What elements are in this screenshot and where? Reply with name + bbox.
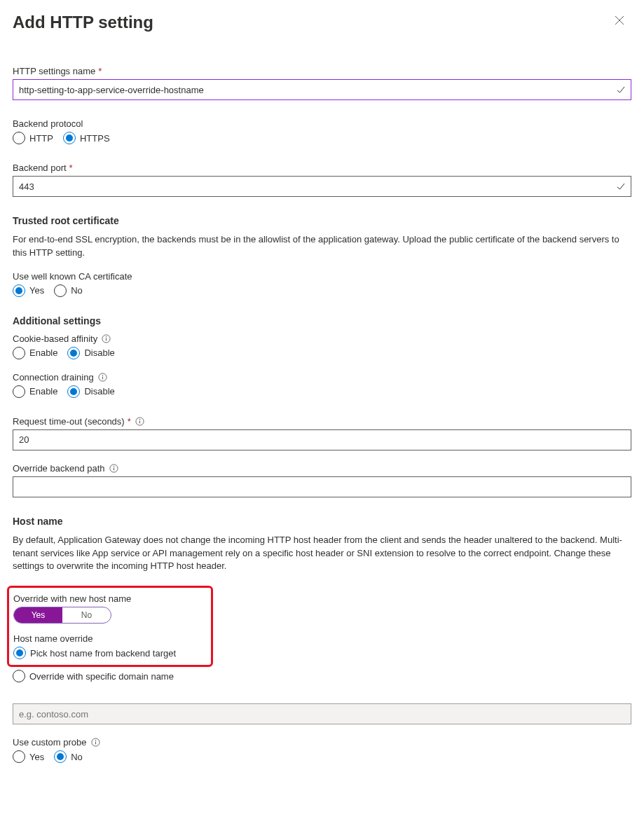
svg-point-13 bbox=[95, 740, 95, 741]
svg-rect-8 bbox=[139, 420, 140, 423]
svg-point-10 bbox=[113, 466, 114, 467]
backend-protocol-http-radio[interactable]: HTTP bbox=[13, 132, 53, 144]
well-known-ca-no-radio[interactable]: No bbox=[54, 284, 83, 297]
well-known-ca-label: Use well known CA certificate bbox=[13, 271, 631, 282]
radio-icon bbox=[13, 132, 25, 144]
radio-icon bbox=[13, 750, 25, 763]
close-icon bbox=[615, 15, 624, 25]
svg-point-7 bbox=[139, 419, 140, 420]
additional-settings-heading: Additional settings bbox=[13, 315, 631, 326]
custom-probe-no-radio[interactable]: No bbox=[54, 750, 83, 763]
close-button[interactable] bbox=[615, 15, 627, 28]
override-new-host-toggle[interactable]: Yes No bbox=[13, 607, 111, 624]
well-known-ca-yes-radio[interactable]: Yes bbox=[13, 284, 44, 297]
use-custom-probe-label: Use custom probe bbox=[13, 737, 631, 748]
override-new-host-label: Override with new host name bbox=[13, 593, 204, 604]
radio-icon bbox=[13, 647, 26, 659]
backend-protocol-https-radio[interactable]: HTTPS bbox=[63, 132, 110, 144]
connection-draining-enable-radio[interactable]: Enable bbox=[13, 385, 57, 398]
connection-draining-disable-radio[interactable]: Disable bbox=[67, 385, 114, 398]
host-name-override-specific-domain-radio[interactable]: Override with specific domain name bbox=[13, 670, 631, 682]
cookie-affinity-label: Cookie-based affinity bbox=[13, 333, 631, 344]
svg-point-1 bbox=[106, 336, 107, 337]
cookie-affinity-enable-radio[interactable]: Enable bbox=[13, 347, 57, 359]
override-new-host-no[interactable]: No bbox=[62, 607, 111, 623]
http-settings-name-label: HTTP settings name* bbox=[13, 66, 631, 76]
host-name-desc: By default, Application Gateway does not… bbox=[13, 534, 631, 574]
override-new-host-yes[interactable]: Yes bbox=[14, 607, 62, 623]
radio-icon bbox=[54, 284, 67, 297]
custom-probe-yes-radio[interactable]: Yes bbox=[13, 750, 44, 763]
host-name-override-pick-backend-radio[interactable]: Pick host name from backend target bbox=[13, 647, 204, 659]
svg-rect-2 bbox=[106, 338, 107, 340]
info-icon[interactable] bbox=[109, 464, 118, 473]
radio-icon bbox=[67, 385, 80, 398]
page-title: Add HTTP setting bbox=[13, 13, 153, 32]
radio-icon bbox=[67, 347, 80, 359]
backend-port-label: Backend port* bbox=[13, 163, 631, 173]
connection-draining-label: Connection draining bbox=[13, 372, 631, 383]
trusted-root-heading: Trusted root certificate bbox=[13, 215, 631, 226]
http-settings-name-input[interactable] bbox=[13, 79, 631, 100]
cookie-affinity-disable-radio[interactable]: Disable bbox=[67, 347, 114, 359]
svg-point-4 bbox=[102, 375, 102, 376]
info-icon[interactable] bbox=[98, 373, 107, 382]
backend-port-input[interactable] bbox=[13, 176, 631, 197]
host-name-heading: Host name bbox=[13, 516, 631, 527]
radio-icon bbox=[13, 385, 25, 398]
info-icon[interactable] bbox=[91, 738, 100, 747]
info-icon[interactable] bbox=[135, 417, 144, 426]
radio-icon bbox=[13, 347, 25, 359]
radio-icon bbox=[13, 670, 25, 682]
radio-icon bbox=[63, 132, 76, 144]
backend-protocol-label: Backend protocol bbox=[13, 118, 631, 129]
radio-icon bbox=[13, 284, 25, 297]
override-hostname-highlight: Override with new host name Yes No Host … bbox=[7, 586, 213, 667]
host-name-override-label: Host name override bbox=[13, 633, 204, 644]
svg-rect-14 bbox=[95, 742, 95, 745]
override-backend-path-label: Override backend path bbox=[13, 463, 631, 474]
info-icon[interactable] bbox=[102, 334, 111, 343]
svg-rect-11 bbox=[113, 467, 114, 470]
trusted-root-desc: For end-to-end SSL encryption, the backe… bbox=[13, 233, 631, 260]
specific-domain-input bbox=[13, 703, 631, 724]
request-timeout-input[interactable] bbox=[13, 429, 631, 450]
request-timeout-label: Request time-out (seconds)* bbox=[13, 416, 631, 427]
radio-icon bbox=[54, 750, 67, 763]
svg-rect-5 bbox=[102, 376, 103, 379]
override-backend-path-input[interactable] bbox=[13, 476, 631, 497]
